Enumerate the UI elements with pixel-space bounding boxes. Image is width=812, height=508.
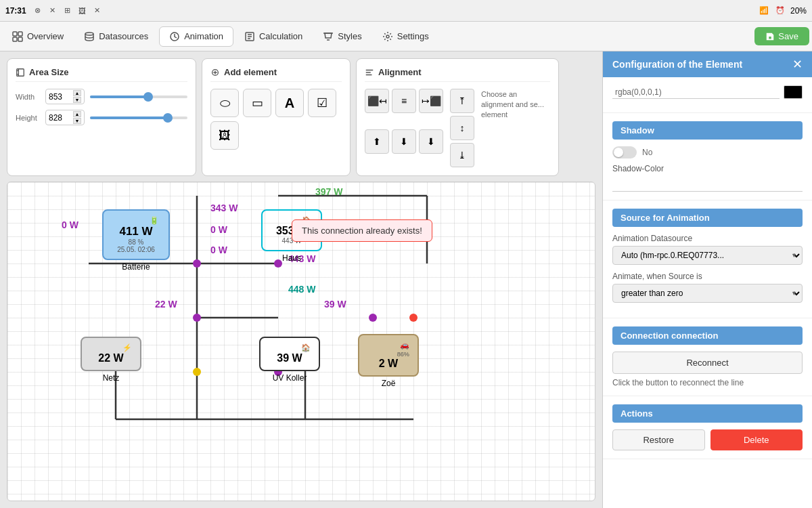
add-rect-btn[interactable]: ▭ xyxy=(243,89,271,117)
config-panel: Configuration of the Element ✕ Shadow No… xyxy=(602,51,812,508)
apps-icon: ⊞ xyxy=(62,5,74,17)
float-39w: 39 W xyxy=(324,299,346,310)
x-icon: ✕ xyxy=(47,5,59,17)
delete-button[interactable]: Delete xyxy=(710,429,803,450)
reconnect-button[interactable]: Reconnect xyxy=(612,352,803,374)
zoe-watts: 2 W xyxy=(367,358,409,370)
width-spinner[interactable]: ▲ ▼ xyxy=(73,90,81,103)
uv-watts: 39 W xyxy=(269,352,311,364)
add-image-btn[interactable]: 🖼 xyxy=(210,121,239,150)
height-input[interactable] xyxy=(49,113,73,123)
batterie-node[interactable]: 🔋 411 W 88 % 25.05. 02:06 Batterie xyxy=(102,209,170,272)
height-down[interactable]: ▼ xyxy=(73,118,81,124)
add-text-btn[interactable]: A xyxy=(275,89,304,117)
tab-datasources[interactable]: Datasources xyxy=(74,27,158,46)
width-input[interactable] xyxy=(49,92,73,102)
condition-label: Animate, when Source is xyxy=(612,272,803,281)
datasource-group: Animation Datasource Auto (hm-rpc.0.REQ0… xyxy=(612,234,803,265)
align-bottom-btn[interactable]: ⬇ xyxy=(419,129,443,154)
tab-settings[interactable]: Settings xyxy=(373,27,438,46)
nav-tabs: Overview Datasources Animation Calculati… xyxy=(0,22,812,51)
netz-name: Netz xyxy=(81,373,141,383)
alignment-label: Alignment xyxy=(378,67,422,77)
left-panel: Area Size Width ▲ ▼ xyxy=(0,51,602,508)
add-checkbox-btn[interactable]: ☑ xyxy=(308,89,336,117)
condition-select-wrapper: greater than zero less than zero equal t… xyxy=(612,284,803,303)
batterie-watts: 411 W xyxy=(113,225,159,238)
datasource-label: Animation Datasource xyxy=(612,234,803,243)
save-button[interactable]: Save xyxy=(754,27,809,45)
canvas-area[interactable]: 0 W 343 W 0 W 0 W 397 W 443 W 448 W 22 W… xyxy=(7,182,595,501)
delete-label: Delete xyxy=(744,435,769,445)
restore-button[interactable]: Restore xyxy=(612,429,705,450)
add-element-label: Add element xyxy=(224,67,277,77)
color-section xyxy=(603,77,812,113)
svg-rect-2 xyxy=(13,37,17,41)
svg-rect-3 xyxy=(18,37,22,41)
canvas-grid[interactable]: 0 W 343 W 0 W 0 W 397 W 443 W 448 W 22 W… xyxy=(7,182,595,501)
restore-label: Restore xyxy=(643,435,674,445)
top-icons: ⊗ ✕ ⊞ 🖼 ✕ xyxy=(32,5,104,17)
svg-point-22 xyxy=(193,368,201,376)
wifi-icon: 📶 xyxy=(758,5,770,17)
shadow-toggle-row: No xyxy=(612,146,803,158)
width-slider-track[interactable] xyxy=(90,96,187,98)
shadow-color-label: Shadow-Color xyxy=(612,164,803,173)
align-center-btn[interactable]: ≡ xyxy=(392,89,416,113)
float-0w-1: 0 W xyxy=(210,224,227,235)
shadow-toggle[interactable] xyxy=(612,146,637,158)
connection-title: Connection connection xyxy=(612,326,803,345)
align-right-btn[interactable]: ↦⬛ xyxy=(419,89,443,113)
align-vtop-btn[interactable]: ⤒ xyxy=(450,89,474,113)
config-title: Configuration of the Element xyxy=(612,59,742,70)
align-vbottom-btn[interactable]: ⤓ xyxy=(450,143,474,167)
top-bar: 17:31 ⊗ ✕ ⊞ 🖼 ✕ 📶 ⏰ 20% xyxy=(0,0,812,22)
clock: 17:31 xyxy=(5,6,26,16)
height-label: Height xyxy=(16,114,40,122)
netz-node[interactable]: ⚡ 22 W Netz xyxy=(81,337,141,383)
connection-section: Connection connection Reconnect Click th… xyxy=(603,318,812,396)
animation-section: Source for Animation Animation Datasourc… xyxy=(603,200,812,318)
align-top-btn[interactable]: ⬆ xyxy=(365,129,389,154)
tab-styles-label: Styles xyxy=(338,31,361,41)
height-row: Height ▲ ▼ xyxy=(16,110,187,125)
actions-title: Actions xyxy=(612,404,803,423)
svg-point-20 xyxy=(193,259,201,268)
float-0w-left: 0 W xyxy=(62,219,78,230)
zoe-node[interactable]: 🚗86% 2 W Zoë xyxy=(358,334,419,388)
uv-name: UV Koller xyxy=(259,373,320,383)
datasource-select-wrapper: Auto (hm-rpc.0.REQ07773... xyxy=(612,246,803,265)
add-circle-btn[interactable]: ⬭ xyxy=(210,89,239,117)
uv-koller-node[interactable]: 🏠 39 W UV Koller xyxy=(259,337,320,383)
color-row xyxy=(612,85,803,99)
netz-watts: 22 W xyxy=(90,352,132,364)
condition-select[interactable]: greater than zero less than zero equal t… xyxy=(612,284,803,303)
align-vcenter-btn[interactable]: ↕ xyxy=(450,116,474,140)
tab-styles[interactable]: Styles xyxy=(313,27,371,46)
align-vmid-btn[interactable]: ⬇ xyxy=(392,129,416,154)
shadow-title: Shadow xyxy=(612,121,803,140)
svg-point-7 xyxy=(386,35,389,38)
datasource-select[interactable]: Auto (hm-rpc.0.REQ07773... xyxy=(612,246,803,265)
haus-name: Haus xyxy=(261,253,322,263)
color-swatch[interactable] xyxy=(784,85,803,99)
height-up[interactable]: ▲ xyxy=(73,111,81,117)
float-0w-2: 0 W xyxy=(210,245,227,255)
color-input[interactable] xyxy=(612,86,780,99)
align-horizontal-grid: ⬛↤ ≡ ↦⬛ ⬆ ⬇ ⬇ xyxy=(365,89,443,167)
width-up[interactable]: ▲ xyxy=(73,90,81,96)
svg-point-21 xyxy=(193,314,201,322)
svg-point-24 xyxy=(369,314,377,322)
height-slider-track[interactable] xyxy=(90,117,187,119)
close-circle-icon: ⊗ xyxy=(32,5,44,17)
tab-animation[interactable]: Animation xyxy=(159,26,233,47)
tab-calculation[interactable]: Calculation xyxy=(235,27,312,46)
tab-overview[interactable]: Overview xyxy=(3,27,73,46)
align-left-btn[interactable]: ⬛↤ xyxy=(365,89,389,113)
svg-rect-8 xyxy=(17,68,24,76)
shadow-color-input[interactable] xyxy=(612,176,803,192)
shadow-toggle-label: No xyxy=(642,148,652,157)
height-spinner[interactable]: ▲ ▼ xyxy=(73,111,81,124)
width-down[interactable]: ▼ xyxy=(73,97,81,103)
config-close-button[interactable]: ✕ xyxy=(792,58,803,70)
